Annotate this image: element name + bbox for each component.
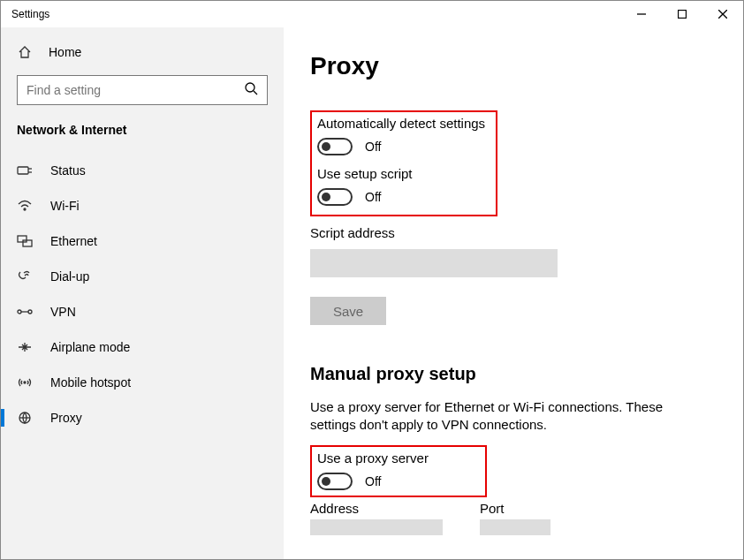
wifi-icon	[17, 200, 33, 212]
dialup-icon	[17, 270, 33, 283]
sidebar-item-label: Ethernet	[50, 234, 97, 248]
vpn-icon	[17, 306, 33, 318]
titlebar: Settings	[1, 1, 743, 27]
sidebar: Home Network & Internet Status Wi-Fi Eth…	[1, 27, 284, 559]
sidebar-item-ethernet[interactable]: Ethernet	[1, 223, 284, 259]
search-input[interactable]	[27, 83, 244, 97]
sidebar-item-label: VPN	[50, 305, 76, 319]
proxy-icon	[17, 412, 33, 424]
section-header: Network & Internet	[1, 117, 284, 153]
script-address-input	[310, 249, 558, 277]
close-button[interactable]	[702, 1, 743, 27]
sidebar-item-label: Dial-up	[50, 269, 89, 284]
sidebar-item-label: Status	[50, 163, 86, 178]
port-label: Port	[480, 501, 550, 516]
auto-detect-toggle[interactable]	[317, 138, 353, 155]
setup-script-label: Use setup script	[317, 166, 490, 181]
sidebar-item-label: Mobile hotspot	[50, 375, 131, 390]
use-proxy-label: Use a proxy server	[317, 450, 480, 465]
main-content: Proxy Automatically detect settings Off …	[284, 27, 743, 559]
svg-point-15	[24, 382, 26, 383]
hotspot-icon	[17, 376, 33, 389]
svg-rect-1	[679, 11, 687, 19]
address-label: Address	[310, 501, 443, 516]
search-box[interactable]	[17, 75, 268, 105]
script-address-label: Script address	[310, 225, 743, 240]
auto-proxy-highlight: Automatically detect settings Off Use se…	[310, 110, 497, 216]
manual-section-title: Manual proxy setup	[310, 364, 743, 384]
sidebar-item-wifi[interactable]: Wi-Fi	[1, 188, 284, 223]
home-label: Home	[49, 45, 81, 59]
window-title: Settings	[11, 8, 49, 20]
minimize-button[interactable]	[621, 1, 662, 27]
sidebar-item-dialup[interactable]: Dial-up	[1, 259, 284, 294]
manual-proxy-highlight: Use a proxy server Off	[310, 445, 487, 497]
svg-point-13	[28, 310, 32, 314]
sidebar-item-label: Proxy	[50, 411, 82, 425]
svg-rect-11	[23, 240, 32, 246]
sidebar-item-vpn[interactable]: VPN	[1, 294, 284, 329]
use-proxy-toggle[interactable]	[317, 473, 353, 490]
svg-line-5	[254, 91, 257, 95]
ethernet-icon	[17, 235, 33, 247]
port-input	[480, 519, 550, 535]
home-icon	[17, 45, 33, 59]
svg-point-9	[24, 208, 26, 210]
sidebar-item-airplane[interactable]: Airplane mode	[1, 329, 284, 365]
title-controls	[621, 1, 743, 27]
sidebar-item-label: Wi-Fi	[50, 199, 80, 213]
home-button[interactable]: Home	[1, 36, 284, 68]
auto-detect-label: Automatically detect settings	[317, 116, 490, 131]
sidebar-item-status[interactable]: Status	[1, 153, 284, 188]
svg-rect-6	[18, 167, 28, 174]
auto-detect-state: Off	[365, 140, 381, 154]
use-proxy-state: Off	[365, 474, 381, 488]
page-title: Proxy	[310, 52, 743, 80]
maximize-button[interactable]	[662, 1, 702, 27]
setup-script-state: Off	[365, 190, 381, 204]
status-icon	[17, 164, 33, 177]
address-input	[310, 519, 443, 535]
save-button: Save	[310, 297, 386, 325]
airplane-icon	[17, 341, 33, 353]
manual-description: Use a proxy server for Ethernet or Wi-Fi…	[310, 398, 690, 435]
sidebar-item-proxy[interactable]: Proxy	[1, 400, 284, 435]
sidebar-item-label: Airplane mode	[50, 340, 130, 354]
svg-rect-10	[18, 236, 27, 242]
search-icon	[244, 81, 258, 99]
setup-script-toggle[interactable]	[317, 188, 353, 206]
sidebar-item-hotspot[interactable]: Mobile hotspot	[1, 365, 284, 400]
svg-point-12	[18, 310, 21, 314]
svg-point-4	[246, 83, 254, 92]
